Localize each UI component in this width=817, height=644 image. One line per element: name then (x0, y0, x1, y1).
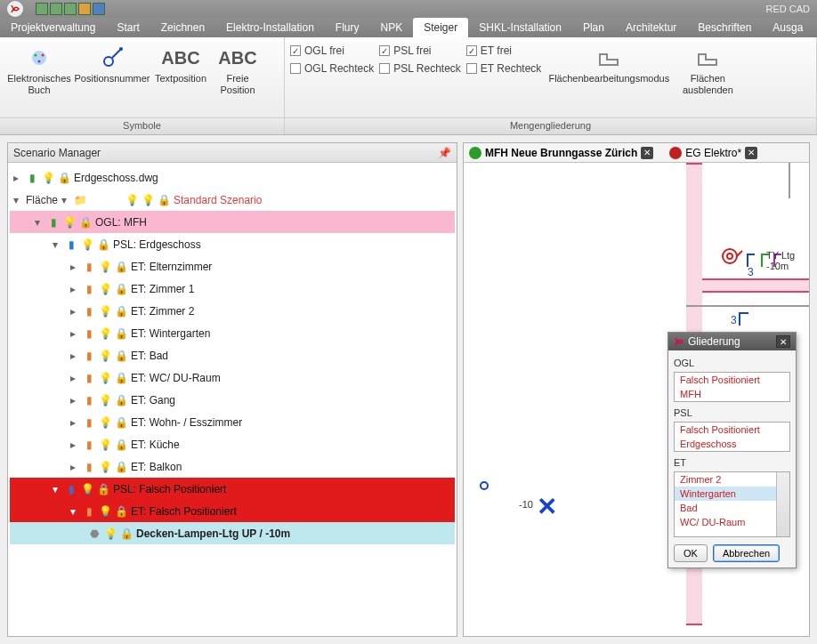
list-item[interactable]: Falsch Positioniert (675, 423, 789, 437)
list-item[interactable]: WC/ DU-Raum (675, 515, 789, 529)
tree-row-et[interactable]: ▸▮💡🔒ET: Balkon (10, 455, 455, 478)
tab-eg-elektro[interactable]: EG Elektro* ✕ (669, 147, 757, 159)
close-icon[interactable]: ✕ (745, 147, 757, 159)
close-icon[interactable]: ✕ (776, 335, 790, 348)
tree-row-et[interactable]: ▸▮💡🔒ET: Bad (10, 344, 455, 366)
list-item[interactable]: Falsch Positioniert (675, 373, 789, 387)
chk-psl-frei[interactable]: ✓PSL frei (379, 44, 461, 57)
lock-icon: 🔒 (115, 439, 127, 451)
menu-flury[interactable]: Flury (325, 18, 370, 37)
expand-icon[interactable]: ▸ (70, 350, 79, 362)
chk-et-frei[interactable]: ✓ET frei (466, 44, 541, 57)
dropdown-icon[interactable]: ▾ (61, 194, 70, 206)
list-psl[interactable]: Falsch Positioniert Erdgeschoss (674, 422, 790, 452)
list-item[interactable]: MFH (675, 387, 789, 401)
quick-access-toolbar[interactable] (36, 3, 105, 15)
pin-icon[interactable]: 📌 (438, 147, 451, 159)
expand-icon[interactable]: ▸ (70, 394, 79, 407)
tab-mfh[interactable]: MFH Neue Brunngasse Zürich ✕ (469, 147, 653, 159)
chk-psl-rechteck[interactable]: PSL Rechteck (379, 62, 461, 75)
expand-icon[interactable]: ▾ (53, 483, 61, 495)
list-item[interactable]: Wintergarten (675, 487, 789, 501)
tree-label: ET: Bad (131, 350, 168, 362)
qat-icon[interactable] (64, 3, 77, 15)
chk-ogl-frei[interactable]: ✓OGL frei (290, 44, 374, 57)
tree-row-et[interactable]: ▸▮💡🔒ET: Zimmer 2 (10, 300, 455, 322)
tree-row-et-falsch[interactable]: ▾ ▮ 💡 🔒 ET: Falsch Positioniert (10, 500, 455, 522)
ribbon-btn-ebook[interactable]: Elektronisches Buch (5, 41, 73, 96)
menu-elektro-installation[interactable]: Elektro-Installation (215, 18, 325, 37)
expand-icon[interactable]: ▸ (70, 439, 79, 451)
menu-shkl-installation[interactable]: SHKL-Installation (468, 18, 572, 37)
menu-beschriften[interactable]: Beschriften (687, 18, 762, 37)
expand-icon[interactable]: ▸ (70, 327, 79, 340)
tree-row-et[interactable]: ▸▮💡🔒ET: Elternzimmer (10, 255, 455, 278)
tree-row-item[interactable]: ⬣ 💡 🔒 Decken-Lampen-Ltg UP / -10m (10, 522, 455, 544)
menu-architektur[interactable]: Architektur (615, 18, 687, 37)
collapse-icon[interactable]: ▸ (13, 172, 22, 184)
tree-label: Standard Szenario (174, 194, 262, 206)
expand-icon[interactable]: ▸ (70, 305, 79, 318)
menu-steiger[interactable]: Steiger (413, 18, 468, 37)
list-item[interactable]: Bad (675, 501, 789, 515)
chk-et-rechteck[interactable]: ET Rechteck (466, 62, 541, 75)
ribbon-btn-flaechen-ausblenden[interactable]: Flächen ausblenden (676, 41, 739, 96)
svg-text:3: 3 (748, 266, 754, 278)
label-et: ET (674, 457, 790, 468)
menu-ausgabe[interactable]: Ausga (762, 18, 813, 37)
expand-icon[interactable]: ▾ (35, 216, 44, 229)
tree-label: Fläche (26, 194, 58, 206)
chk-ogl-rechteck[interactable]: OGL Rechteck (290, 62, 374, 75)
tree-row-psl-falsch[interactable]: ▾ ▮ 💡 🔒 PSL: Falsch Positioniert (10, 478, 455, 500)
list-item[interactable]: Erdgeschoss (675, 437, 789, 451)
qat-icon[interactable] (50, 3, 62, 15)
list-et[interactable]: Zimmer 2 Wintergarten Bad WC/ DU-Raum (674, 471, 790, 537)
lock-icon: 🔒 (115, 416, 127, 429)
qat-icon[interactable] (93, 3, 105, 15)
menu-start[interactable]: Start (106, 18, 150, 37)
expand-icon[interactable]: ▾ (13, 194, 22, 206)
tree-label: Decken-Lampen-Ltg UP / -10m (136, 527, 290, 540)
ribbon-btn-textposition[interactable]: ABC Textposition (151, 41, 210, 85)
expand-icon[interactable]: ▸ (70, 283, 79, 295)
tree-row-et[interactable]: ▸▮💡🔒ET: Wohn- / Esszimmer (10, 411, 455, 433)
expand-icon[interactable]: ▸ (70, 372, 79, 384)
expand-icon[interactable]: ▾ (53, 238, 61, 251)
dialog-header[interactable]: Gliederung ✕ (668, 333, 796, 350)
cancel-button[interactable]: Abbrechen (713, 544, 780, 562)
ribbon-btn-flaechenmodus[interactable]: Flächenbearbeitungsmodus (546, 41, 671, 85)
area-hide-icon (695, 44, 720, 71)
tree-row-flaeche[interactable]: ▾ Fläche ▾ 📁 💡 💡 🔒 Standard Szenario (10, 189, 455, 211)
menu-npk[interactable]: NPK (370, 18, 414, 37)
drawing-canvas[interactable]: 3 TY Ltg -10m 3 ✕ -10 Gliederung (464, 163, 809, 636)
ribbon-group-mengengliederung: ✓OGL frei OGL Rechteck ✓PSL frei PSL Rec… (285, 37, 817, 134)
tree-row-et[interactable]: ▸▮💡🔒ET: Wintergarten (10, 322, 455, 344)
component-icon: ⬣ (88, 527, 101, 540)
ribbon-btn-positionsnummer[interactable]: Positionsnummer (78, 41, 146, 85)
tree-row-et[interactable]: ▸▮💡🔒ET: Küche (10, 433, 455, 455)
qat-icon[interactable] (78, 3, 91, 15)
expand-icon[interactable]: ▸ (70, 261, 79, 273)
tree-row-et[interactable]: ▸▮💡🔒ET: Gang (10, 389, 455, 411)
expand-icon[interactable]: ▾ (70, 505, 79, 518)
tree-row-et[interactable]: ▸▮💡🔒ET: Zimmer 1 (10, 278, 455, 300)
tree-row-et[interactable]: ▸▮💡🔒ET: WC/ DU-Raum (10, 366, 455, 389)
expand-icon[interactable]: ▸ (70, 461, 79, 473)
ribbon-btn-freieposition[interactable]: ABC Freie Position (215, 41, 260, 96)
close-icon[interactable]: ✕ (641, 147, 653, 159)
list-ogl[interactable]: Falsch Positioniert MFH (674, 372, 790, 402)
menu-projektverwaltung[interactable]: Projektverwaltung (0, 18, 106, 37)
qat-icon[interactable] (36, 3, 48, 15)
list-item[interactable]: Zimmer 2 (675, 472, 789, 487)
expand-icon[interactable]: ▸ (70, 416, 79, 429)
tree-row-root[interactable]: ▸ ▮ 💡 🔒 Erdgeschoss.dwg (10, 166, 455, 189)
ok-button[interactable]: OK (674, 544, 708, 562)
work-area: Scenario Manager 📌 ▸ ▮ 💡 🔒 Erdgeschoss.d… (0, 135, 817, 644)
scenario-tree[interactable]: ▸ ▮ 💡 🔒 Erdgeschoss.dwg ▾ Fläche ▾ 📁 💡 💡… (8, 163, 457, 636)
menu-zeichnen[interactable]: Zeichnen (150, 18, 215, 37)
tree-row-ogl[interactable]: ▾ ▮ 💡 🔒 OGL: MFH (10, 211, 455, 233)
menu-plan[interactable]: Plan (572, 18, 615, 37)
abc-icon: ABC (161, 44, 199, 71)
layer-icon: ▮ (83, 394, 95, 407)
tree-row-psl[interactable]: ▾ ▮ 💡 🔒 PSL: Erdgeschoss (10, 233, 455, 255)
